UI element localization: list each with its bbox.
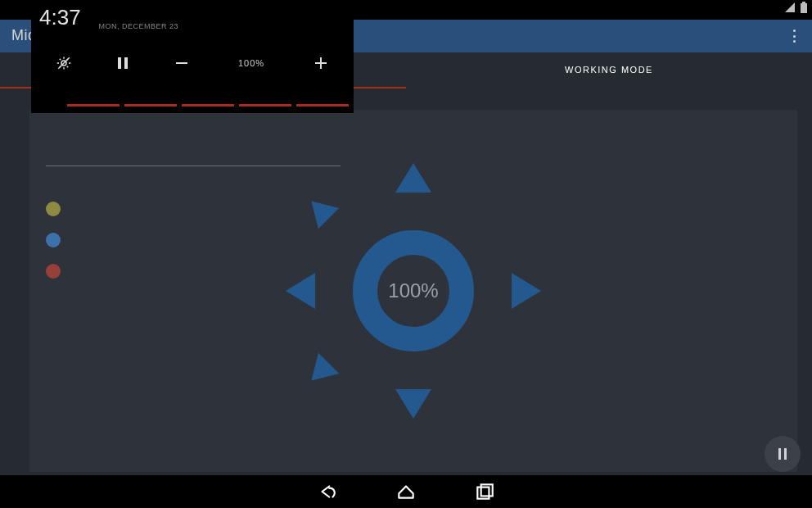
brightness-row: 100% <box>31 45 354 81</box>
brightness-dial[interactable]: 100% <box>291 168 536 414</box>
quick-settings-panel: 4:37 MON, DECEMBER 23 100% <box>31 0 354 113</box>
svg-rect-5 <box>124 57 128 69</box>
media-pause-button[interactable] <box>93 45 152 81</box>
panel-tab-indicator <box>296 104 349 107</box>
pause-icon <box>118 57 128 69</box>
legend-dot-red[interactable] <box>46 264 61 279</box>
recents-button[interactable] <box>474 481 495 502</box>
brightness-icon <box>56 56 71 70</box>
minus-icon <box>176 57 187 69</box>
svg-rect-6 <box>176 62 187 64</box>
home-button[interactable] <box>395 481 417 502</box>
overflow-menu-button[interactable] <box>786 28 802 44</box>
brightness-percentage: 100% <box>388 279 438 302</box>
panel-time: 4:37 <box>39 5 81 30</box>
back-button[interactable] <box>317 481 338 502</box>
signal-icon <box>784 2 796 13</box>
sun-ray-icon <box>395 163 431 193</box>
status-icons <box>784 2 807 13</box>
pause-icon <box>778 448 787 460</box>
legend <box>46 202 61 279</box>
tab-working-mode[interactable]: WORKING MODE <box>406 52 812 87</box>
svg-rect-10 <box>481 484 493 496</box>
brightness-increase-button[interactable] <box>291 45 350 81</box>
legend-dot-blue[interactable] <box>46 233 61 247</box>
svg-rect-4 <box>118 57 121 69</box>
sun-ray-icon <box>395 389 431 419</box>
brightness-level-label: 100% <box>211 58 291 68</box>
sun-ray-icon <box>512 273 541 309</box>
battery-icon <box>801 2 807 13</box>
section-divider <box>46 166 341 166</box>
svg-rect-0 <box>801 3 807 13</box>
panel-tab-indicator <box>124 104 177 107</box>
sun-ray-icon <box>286 273 315 309</box>
panel-tab-indicator <box>239 104 291 107</box>
plus-icon <box>315 57 327 69</box>
svg-rect-9 <box>477 488 489 499</box>
brightness-auto-toggle[interactable] <box>34 45 93 81</box>
floating-pause-button[interactable] <box>765 436 801 472</box>
sun-ray-icon <box>301 353 340 392</box>
system-nav-bar <box>0 475 812 508</box>
panel-tab-indicators <box>67 104 349 107</box>
brightness-decrease-button[interactable] <box>152 45 211 81</box>
panel-tab-indicator <box>182 104 234 107</box>
sun-ray-icon <box>301 191 340 229</box>
legend-dot-yellow[interactable] <box>46 202 61 216</box>
svg-rect-1 <box>802 2 805 3</box>
panel-date: MON, DECEMBER 23 <box>99 22 179 30</box>
svg-rect-8 <box>320 57 322 69</box>
panel-tab-indicator <box>67 104 120 107</box>
main-panel: 100% <box>29 110 797 472</box>
